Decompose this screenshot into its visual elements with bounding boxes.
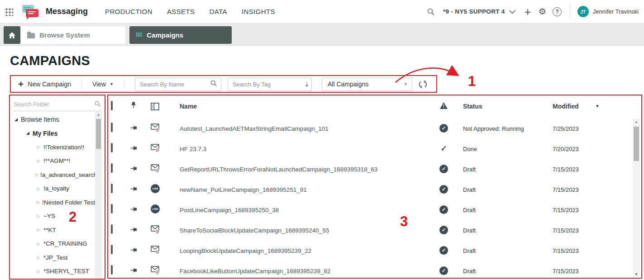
table-row[interactable]: @ LoopingBlockUpdateCampaign_1689395239_… <box>107 241 642 261</box>
refresh-icon[interactable] <box>418 80 428 89</box>
caret-collapsed-icon[interactable]: ▷ <box>35 242 42 246</box>
campaign-name[interactable]: GetReportURLThrowsErrorForaNotLaunchedCa… <box>180 166 377 173</box>
tree-item-browse-items[interactable]: Browse Items <box>9 113 95 127</box>
tree-item--nested-folder-test[interactable]: ▷ !Nested Folder Test <box>9 195 95 209</box>
caret-collapsed-icon[interactable]: ▷ <box>35 200 40 204</box>
table-row[interactable]: LINE PostLineCampaign_1689395250_38 ✓ Dr… <box>107 200 642 220</box>
scroll-up-icon[interactable]: ▲ <box>95 113 102 117</box>
campaign-filter-select[interactable]: All Campaigns ▼ <box>322 78 412 91</box>
search-icon[interactable] <box>210 80 217 89</box>
select-all-checkbox[interactable] <box>111 101 113 110</box>
add-icon[interactable]: + <box>525 7 531 16</box>
row-checkbox[interactable] <box>111 265 113 275</box>
caret-collapsed-icon[interactable]: ▷ <box>35 172 38 177</box>
campaign-name[interactable]: ShareToSocialBlockUpdateCampaign_1689395… <box>180 227 329 234</box>
type-column-icon[interactable] <box>151 103 159 112</box>
pin-icon[interactable] <box>130 246 137 256</box>
caret-collapsed-icon[interactable]: ▷ <box>35 145 42 149</box>
view-dropdown[interactable]: View ▼ <box>92 81 114 88</box>
pin-icon[interactable] <box>130 205 137 215</box>
row-checkbox[interactable] <box>111 184 113 193</box>
tree-item--tokenization-[interactable]: ▷ !!Tokenization!! <box>9 140 95 154</box>
table-row[interactable]: @ GetReportURLThrowsErrorForaNotLaunched… <box>107 159 642 180</box>
tree-item--a-loyalty[interactable]: ▷ !a_loyalty <box>9 182 95 196</box>
caret-collapsed-icon[interactable]: ▷ <box>35 228 42 232</box>
pin-column-icon[interactable] <box>130 101 137 111</box>
row-checkbox[interactable] <box>111 123 113 132</box>
nav-item-assets[interactable]: ASSETS <box>167 8 195 15</box>
campaign-name[interactable]: FacebookLikeButtonUpdateCampaign_1689395… <box>180 268 330 275</box>
row-checkbox[interactable] <box>111 204 113 214</box>
scrollbar-thumb[interactable] <box>96 119 101 149</box>
new-campaign-button[interactable]: + New Campaign <box>18 80 71 88</box>
campaign-name[interactable]: Autotest_LaunchedAETMaxStringEmailCampai… <box>180 125 329 132</box>
tree-item--a-advanced-search[interactable]: ▷ !a_advanced_search <box>9 168 95 182</box>
search-by-name-input[interactable]: Search By Name <box>135 78 221 91</box>
caret-collapsed-icon[interactable]: ▷ <box>35 269 42 274</box>
scrollbar-thumb[interactable] <box>634 127 639 161</box>
scroll-up-icon[interactable]: ▲ <box>633 120 640 124</box>
table-scrollbar[interactable]: ▲ ▼ <box>633 119 640 278</box>
row-checkbox[interactable] <box>111 163 113 173</box>
row-checkbox[interactable] <box>111 245 113 254</box>
row-checkbox[interactable] <box>111 224 113 234</box>
status-check-icon: ✓ <box>439 226 448 234</box>
column-header-name[interactable]: Name <box>180 103 197 110</box>
campaign-name[interactable]: LoopingBlockUpdateCampaign_1689395239_22 <box>180 247 311 254</box>
table-row[interactable]: @ Autotest_LaunchedAETMaxStringEmailCamp… <box>107 119 642 139</box>
search-icon[interactable] <box>94 100 101 109</box>
search-by-tag-input[interactable]: Search By Tag ▲▼ <box>228 78 312 91</box>
table-row[interactable]: @ HF 23.7.3 ✓ Done 7/20/2023 <box>107 139 642 159</box>
pin-icon[interactable] <box>130 124 137 133</box>
campaign-name[interactable]: newName_PutLineCampaign_1689395251_91 <box>180 186 307 193</box>
column-header-modified[interactable]: Modified <box>553 103 579 110</box>
row-checkbox[interactable] <box>111 143 113 152</box>
workspace-selector[interactable]: *9 - NY5 SUPPORT 4 <box>443 8 515 16</box>
tree-item--jp-test[interactable]: ▷ *JP_Test <box>9 251 95 265</box>
email-campaign-icon: @ <box>151 245 160 256</box>
search-icon[interactable] <box>427 8 435 16</box>
caret-expanded-icon[interactable] <box>26 132 29 135</box>
caret-collapsed-icon[interactable]: ▷ <box>35 159 42 163</box>
tree-item--agm-[interactable]: ▷ !**AGM**! <box>9 154 95 168</box>
tree-item--sheryl-test[interactable]: ▷ *SHERYL_TEST <box>9 265 95 279</box>
circle-check-icon: ✓ <box>439 205 448 214</box>
column-header-status[interactable]: Status <box>463 103 482 110</box>
tag-spinner[interactable]: ▲▼ <box>305 81 309 87</box>
nav-item-data[interactable]: DATA <box>209 8 227 15</box>
tree-item-my-files[interactable]: My Files <box>9 127 95 141</box>
pin-icon[interactable] <box>130 165 137 174</box>
tab-browse-system[interactable]: Browse System <box>21 26 125 44</box>
nav-item-insights[interactable]: INSIGHTS <box>242 8 275 15</box>
tree-item--kt[interactable]: ▷ **KT <box>9 223 95 237</box>
table-row[interactable]: @ ShareToSocialBlockUpdateCampaign_16893… <box>107 220 642 241</box>
pin-icon[interactable] <box>130 226 137 235</box>
tab-campaigns[interactable]: ✉ Campaigns <box>129 26 232 44</box>
caret-collapsed-icon[interactable]: ▷ <box>35 186 42 191</box>
nav-item-production[interactable]: PRODUCTION <box>105 8 153 15</box>
caret-collapsed-icon[interactable]: ▷ <box>35 255 42 260</box>
campaign-name[interactable]: HF 23.7.3 <box>180 146 206 152</box>
campaign-name[interactable]: PostLineCampaign_1689395250_38 <box>180 207 279 214</box>
app-launcher-grid-icon[interactable] <box>5 7 13 16</box>
gear-icon[interactable]: ⚙ <box>539 6 546 17</box>
circle-check-icon: ✓ <box>439 185 448 194</box>
scroll-down-icon[interactable]: ▼ <box>633 272 640 276</box>
avatar[interactable]: JT <box>577 6 589 17</box>
pin-icon[interactable] <box>130 144 137 154</box>
sidebar-scrollbar[interactable]: ▲ <box>95 112 102 280</box>
caret-expanded-icon[interactable] <box>14 118 18 121</box>
tree-item--ys[interactable]: ▷ ~YS <box>9 209 95 223</box>
help-icon[interactable]: ? <box>553 7 562 16</box>
caret-collapsed-icon[interactable]: ▷ <box>35 214 42 218</box>
sort-descending-icon[interactable]: ▼ <box>595 104 600 109</box>
home-button[interactable] <box>4 26 20 44</box>
folder-search-input[interactable]: Search Folder <box>14 98 101 111</box>
pin-icon[interactable] <box>130 266 137 276</box>
tree-item--cr-training[interactable]: ▷ *CR_TRAINING <box>9 237 95 251</box>
table-row[interactable]: @ FacebookLikeButtonUpdateCampaign_16893… <box>107 261 642 279</box>
warning-column-icon[interactable] <box>439 102 448 111</box>
table-row[interactable]: LINE newName_PutLineCampaign_1689395251_… <box>107 180 642 200</box>
spinner-down-icon[interactable]: ▼ <box>305 84 309 87</box>
pin-icon[interactable] <box>130 185 137 195</box>
